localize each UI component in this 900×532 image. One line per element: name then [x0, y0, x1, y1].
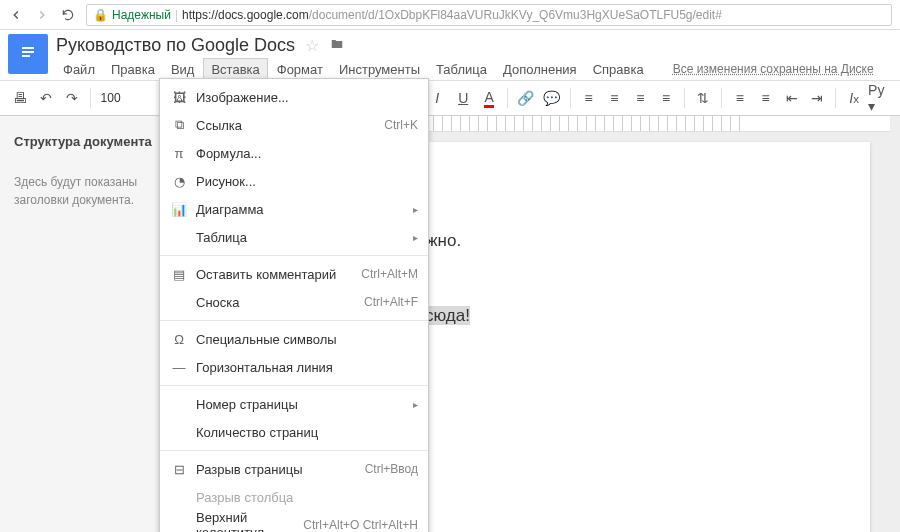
star-icon[interactable]: ☆	[305, 36, 319, 55]
docs-logo[interactable]	[8, 34, 48, 74]
menu-shortcut: Ctrl+Ввод	[365, 462, 418, 476]
menu-item-label: Оставить комментарий	[190, 267, 361, 282]
menu-item-label: Количество страниц	[190, 425, 418, 440]
lock-icon: 🔒	[93, 8, 108, 22]
menu-item-label: Специальные символы	[190, 332, 418, 347]
svg-rect-3	[22, 55, 30, 57]
chevron-right-icon: ▸	[413, 204, 418, 215]
menu-shortcut: Ctrl+K	[384, 118, 418, 132]
insert-menu-dropdown: 🖼Изображение...⧉СсылкаCtrl+KπФормула...◔…	[159, 78, 429, 532]
doc-header: Руководство по Google Docs ☆ Файл Правка…	[0, 30, 900, 80]
image-icon: 🖼	[168, 90, 190, 105]
input-tools-icon[interactable]: Ру ▾	[868, 85, 892, 111]
menu-item-label: Таблица	[190, 230, 413, 245]
link-icon[interactable]: 🔗	[514, 85, 538, 111]
menu-item-оставить-комментарий[interactable]: ▤Оставить комментарийCtrl+Alt+M	[160, 260, 428, 288]
align-left-icon[interactable]: ≡	[577, 85, 601, 111]
menu-edit[interactable]: Правка	[104, 59, 162, 80]
menu-item-номер-страницы[interactable]: Номер страницы▸	[160, 390, 428, 418]
menu-item-label: Разрыв столбца	[190, 490, 418, 505]
text-color-icon[interactable]: A	[477, 85, 501, 111]
forward-button[interactable]	[34, 7, 50, 23]
menu-view[interactable]: Вид	[164, 59, 202, 80]
align-center-icon[interactable]: ≡	[602, 85, 626, 111]
menu-item-специальные-символы[interactable]: ΩСпециальные символы	[160, 325, 428, 353]
save-status[interactable]: Все изменения сохранены на Диске	[673, 62, 874, 76]
url-text: https://docs.google.com/document/d/1OxDb…	[182, 8, 722, 22]
bulleted-list-icon[interactable]: ≡	[754, 85, 778, 111]
menu-item-таблица[interactable]: Таблица▸	[160, 223, 428, 251]
folder-icon[interactable]	[329, 37, 345, 54]
chevron-right-icon: ▸	[413, 232, 418, 243]
comment-icon: ▤	[168, 267, 190, 282]
redo-icon[interactable]: ↷	[60, 85, 84, 111]
line-spacing-icon[interactable]: ⇅	[691, 85, 715, 111]
menu-tools[interactable]: Инструменты	[332, 59, 427, 80]
indent-decrease-icon[interactable]: ⇤	[780, 85, 804, 111]
hr-icon: —	[168, 360, 190, 375]
menu-item-верхний-колонтитул[interactable]: Верхний колонтитулCtrl+Alt+O Ctrl+Alt+H	[160, 511, 428, 532]
menu-item-label: Формула...	[190, 146, 418, 161]
address-bar[interactable]: 🔒 Надежный | https://docs.google.com/doc…	[86, 4, 892, 26]
indent-increase-icon[interactable]: ⇥	[805, 85, 829, 111]
menu-item-количество-страниц[interactable]: Количество страниц	[160, 418, 428, 446]
menu-item-сноска[interactable]: СноскаCtrl+Alt+F	[160, 288, 428, 316]
undo-icon[interactable]: ↶	[34, 85, 58, 111]
back-button[interactable]	[8, 7, 24, 23]
menu-item-диаграмма[interactable]: 📊Диаграмма▸	[160, 195, 428, 223]
menu-item-рисунок-[interactable]: ◔Рисунок...	[160, 167, 428, 195]
browser-chrome: 🔒 Надежный | https://docs.google.com/doc…	[0, 0, 900, 30]
menu-insert[interactable]: Вставка	[203, 58, 267, 80]
menu-item-разрыв-столбца: Разрыв столбца	[160, 483, 428, 511]
menu-item-label: Ссылка	[190, 118, 384, 133]
underline-icon[interactable]: U	[451, 85, 475, 111]
menu-shortcut: Ctrl+Alt+O Ctrl+Alt+H	[303, 518, 418, 532]
menu-item-label: Номер страницы	[190, 397, 413, 412]
menu-help[interactable]: Справка	[586, 59, 651, 80]
menu-item-горизонтальная-линия[interactable]: —Горизонтальная линия	[160, 353, 428, 381]
menu-shortcut: Ctrl+Alt+M	[361, 267, 418, 281]
menu-shortcut: Ctrl+Alt+F	[364, 295, 418, 309]
align-right-icon[interactable]: ≡	[628, 85, 652, 111]
menu-item-изображение-[interactable]: 🖼Изображение...	[160, 83, 428, 111]
menu-item-формула-[interactable]: πФормула...	[160, 139, 428, 167]
menu-item-label: Горизонтальная линия	[190, 360, 418, 375]
pagebreak-icon: ⊟	[168, 462, 190, 477]
comment-icon[interactable]: 💬	[540, 85, 564, 111]
chevron-right-icon: ▸	[413, 399, 418, 410]
svg-rect-2	[22, 51, 34, 53]
menu-item-label: Разрыв страницы	[190, 462, 365, 477]
zoom-level[interactable]: 100	[97, 91, 125, 105]
reload-button[interactable]	[60, 7, 76, 23]
menu-item-label: Диаграмма	[190, 202, 413, 217]
svg-rect-1	[22, 47, 34, 49]
doc-title[interactable]: Руководство по Google Docs	[56, 35, 295, 56]
secure-label: Надежный	[112, 8, 171, 22]
print-icon[interactable]: 🖶	[8, 85, 32, 111]
menu-item-label: Рисунок...	[190, 174, 418, 189]
menu-item-label: Верхний колонтитул	[190, 510, 303, 532]
menu-item-label: Сноска	[190, 295, 364, 310]
menu-addons[interactable]: Дополнения	[496, 59, 584, 80]
omega-icon: Ω	[168, 332, 190, 347]
menu-item-label: Изображение...	[190, 90, 418, 105]
drawing-icon: ◔	[168, 174, 190, 189]
menu-bar: Файл Правка Вид Вставка Формат Инструмен…	[56, 58, 892, 80]
menu-table[interactable]: Таблица	[429, 59, 494, 80]
pi-icon: π	[168, 146, 190, 161]
toolbar: 🖶 ↶ ↷ 100 B I U A 🔗 💬 ≡ ≡ ≡ ≡ ⇅ ≡ ≡ ⇤ ⇥ …	[0, 80, 900, 116]
numbered-list-icon[interactable]: ≡	[728, 85, 752, 111]
menu-format[interactable]: Формат	[270, 59, 330, 80]
menu-item-разрыв-страницы[interactable]: ⊟Разрыв страницыCtrl+Ввод	[160, 455, 428, 483]
align-justify-icon[interactable]: ≡	[654, 85, 678, 111]
clear-formatting-icon[interactable]: Ix	[842, 85, 866, 111]
menu-item-ссылка[interactable]: ⧉СсылкаCtrl+K	[160, 111, 428, 139]
main-area: Структура документа Здесь будут показаны…	[0, 116, 900, 532]
menu-file[interactable]: Файл	[56, 59, 102, 80]
svg-rect-0	[18, 41, 38, 67]
chart-icon: 📊	[168, 202, 190, 217]
link-icon: ⧉	[168, 117, 190, 133]
